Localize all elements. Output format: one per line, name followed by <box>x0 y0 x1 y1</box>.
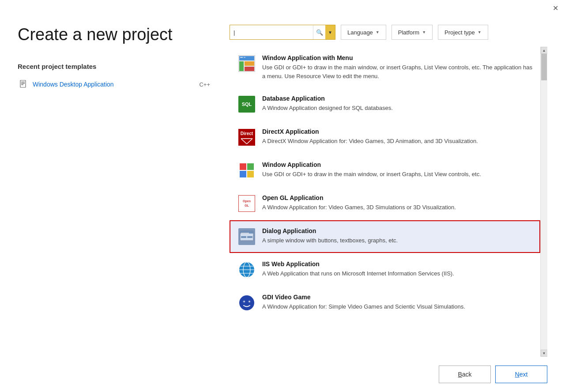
left-panel: Create a new project Recent project temp… <box>18 16 230 357</box>
template-desc: A Window Application for: Video Games, 3… <box>262 203 532 212</box>
next-label: Next <box>515 371 528 378</box>
search-dropdown-button[interactable]: ▼ <box>325 25 335 39</box>
svg-rect-23 <box>241 236 246 238</box>
scrollbar-down-button[interactable]: ▼ <box>541 350 548 357</box>
svg-rect-9 <box>240 57 243 58</box>
scrollbar: ▲ ▼ <box>540 47 547 357</box>
svg-rect-0 <box>20 80 26 87</box>
template-item-directx-app[interactable]: Direct DirectX Application A DirectX Win… <box>230 121 540 154</box>
template-item-iis-app[interactable]: IIS Web Application A Web Application th… <box>230 253 540 286</box>
language-filter[interactable]: Language ▼ <box>341 25 386 40</box>
template-name: Open GL Application <box>262 194 532 201</box>
svg-rect-6 <box>239 61 244 71</box>
project-type-filter[interactable]: Project type ▼ <box>438 25 488 40</box>
template-name: Database Application <box>262 95 532 102</box>
template-info-gdi: GDI Video Game A Window Application for:… <box>262 294 532 311</box>
search-button[interactable]: 🔍 <box>313 25 325 39</box>
template-name: IIS Web Application <box>262 260 532 268</box>
sql-icon: SQL <box>238 96 255 113</box>
template-icon-dialog <box>237 227 256 246</box>
recent-templates-label: Recent project templates <box>18 63 212 70</box>
template-name: Window Application <box>262 161 532 168</box>
svg-rect-2 <box>21 83 25 84</box>
footer: Back Next <box>0 357 565 392</box>
search-input[interactable] <box>230 25 313 39</box>
template-desc: A Window Application for: Simple Video G… <box>262 302 532 311</box>
template-list-container: Window Application with Menu Use GDI or … <box>230 47 547 357</box>
back-label: Back <box>458 371 471 378</box>
template-list: Window Application with Menu Use GDI or … <box>230 47 540 357</box>
main-content: Create a new project Recent project temp… <box>0 16 565 357</box>
scrollbar-thumb[interactable] <box>541 54 547 80</box>
template-info-directx: DirectX Application A DirectX Window App… <box>262 128 532 146</box>
platform-label: Platform <box>398 29 419 36</box>
template-item-opengl-app[interactable]: Open GL Open GL Application A Window App… <box>230 187 540 220</box>
platform-arrow-icon: ▼ <box>422 30 426 34</box>
template-icon-windows-menu <box>237 54 256 73</box>
template-name: Dialog Application <box>262 227 532 234</box>
template-icon-opengl: Open GL <box>237 194 256 213</box>
template-info-iis: IIS Web Application A Web Application th… <box>262 260 532 278</box>
svg-point-36 <box>244 301 245 302</box>
template-info-windows-menu: Window Application with Menu Use GDI or … <box>262 54 532 80</box>
title-bar: ✕ <box>0 0 565 16</box>
svg-text:Direct: Direct <box>241 131 253 136</box>
svg-point-31 <box>239 295 254 310</box>
recent-item-name: Windows Desktop Application <box>33 81 195 88</box>
template-name: DirectX Application <box>262 128 532 135</box>
scrollbar-up-button[interactable]: ▲ <box>541 47 548 54</box>
svg-rect-3 <box>21 84 23 85</box>
svg-rect-1 <box>21 82 25 83</box>
template-desc: A Web Application that runs on Microsoft… <box>262 269 532 278</box>
back-button[interactable]: Back <box>439 366 491 383</box>
template-info-dialog: Dialog Application A simple window with … <box>262 227 532 245</box>
svg-rect-25 <box>241 233 249 234</box>
template-icon-sql: SQL <box>237 95 256 113</box>
page-title: Create a new project <box>18 25 212 45</box>
right-panel: 🔍 ▼ Language ▼ Platform ▼ Project type ▼ <box>230 16 547 357</box>
template-name: Window Application with Menu <box>262 54 532 61</box>
template-item-dialog-app[interactable]: Dialog Application A simple window with … <box>230 220 540 253</box>
search-container: 🔍 ▼ <box>230 25 335 40</box>
template-desc: Use GDI or GDI+ to draw in the main wind… <box>262 63 532 80</box>
template-item-window-app-menu[interactable]: Window Application with Menu Use GDI or … <box>230 47 540 87</box>
language-arrow-icon: ▼ <box>376 30 380 34</box>
svg-rect-17 <box>238 195 255 212</box>
svg-rect-8 <box>245 67 254 71</box>
template-info-database: Database Application A Window Applicatio… <box>262 95 532 113</box>
template-desc: A DirectX Window Application for: Video … <box>262 137 532 146</box>
template-desc: Use GDI or GDI+ to draw in the main wind… <box>262 170 532 179</box>
template-info-opengl: Open GL Application A Window Application… <box>262 194 532 212</box>
template-icon-gdi <box>237 294 256 312</box>
toolbar: 🔍 ▼ Language ▼ Platform ▼ Project type ▼ <box>230 20 547 40</box>
recent-item-icon <box>19 80 28 89</box>
windows-app-icon <box>238 162 255 179</box>
svg-text:GL: GL <box>245 204 249 207</box>
project-type-arrow-icon: ▼ <box>478 30 482 34</box>
svg-rect-7 <box>245 61 254 66</box>
template-item-database-app[interactable]: SQL Database Application A Window Applic… <box>230 88 540 121</box>
svg-rect-10 <box>244 57 245 58</box>
recent-item[interactable]: Windows Desktop Application C++ <box>18 77 212 92</box>
template-desc: A simple window with buttons, textboxes,… <box>262 236 532 245</box>
language-label: Language <box>347 29 373 36</box>
template-icon-directx: Direct <box>237 128 256 147</box>
template-icon-iis <box>237 260 256 279</box>
svg-rect-24 <box>247 236 252 238</box>
close-button[interactable]: ✕ <box>551 4 560 12</box>
template-icon-windows-app <box>237 161 256 180</box>
scrollbar-thumb-area <box>541 54 547 350</box>
template-desc: A Window Application designed for SQL da… <box>262 104 532 113</box>
next-button[interactable]: Next <box>495 366 547 383</box>
template-item-gdi-game[interactable]: GDI Video Game A Window Application for:… <box>230 286 540 319</box>
recent-item-lang: C++ <box>199 81 210 88</box>
template-name: GDI Video Game <box>262 294 532 301</box>
svg-point-37 <box>249 301 250 302</box>
create-project-dialog: ✕ Create a new project Recent project te… <box>0 0 565 392</box>
svg-rect-5 <box>239 56 254 60</box>
template-item-window-app[interactable]: Window Application Use GDI or GDI+ to dr… <box>230 154 540 187</box>
svg-text:Open: Open <box>243 200 251 203</box>
project-type-label: Project type <box>444 29 475 36</box>
template-info-window-app: Window Application Use GDI or GDI+ to dr… <box>262 161 532 179</box>
platform-filter[interactable]: Platform ▼ <box>392 25 433 40</box>
